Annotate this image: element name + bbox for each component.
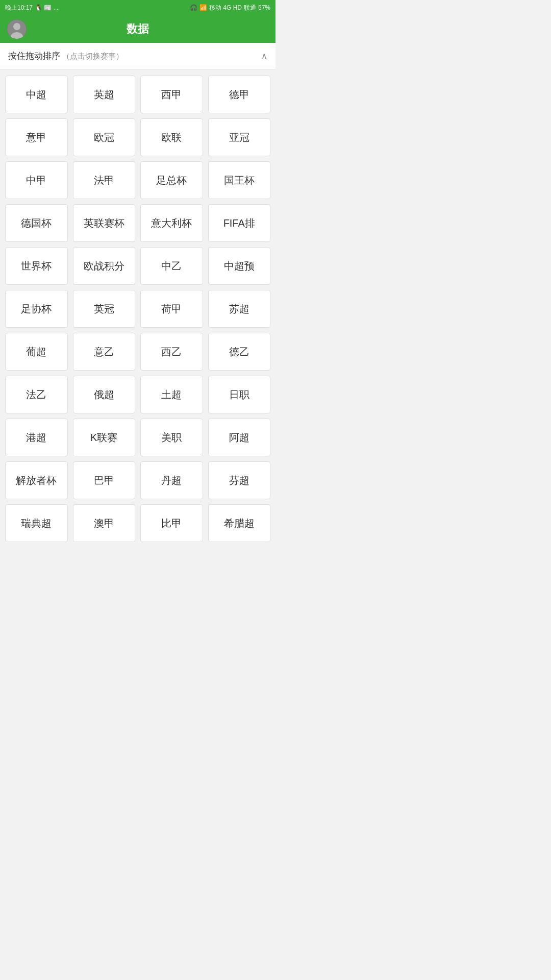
sort-header-label: 按住拖动排序 （点击切换赛事） <box>8 50 123 62</box>
league-item[interactable]: 法甲 <box>73 161 136 199</box>
league-item[interactable]: 意甲 <box>5 118 68 156</box>
league-item[interactable]: 足总杯 <box>140 161 203 199</box>
league-item[interactable]: 巴甲 <box>73 461 136 499</box>
league-item[interactable]: 中乙 <box>140 247 203 285</box>
league-item[interactable]: 足协杯 <box>5 290 68 328</box>
league-item[interactable]: 比甲 <box>140 504 203 542</box>
league-item[interactable]: 国王杯 <box>208 161 271 199</box>
svg-point-1 <box>13 23 20 30</box>
league-item[interactable]: 英联赛杯 <box>73 204 136 242</box>
league-item[interactable]: 欧联 <box>140 118 203 156</box>
league-grid: 中超英超西甲德甲意甲欧冠欧联亚冠中甲法甲足总杯国王杯德国杯英联赛杯意大利杯FIF… <box>0 69 276 548</box>
league-item[interactable]: 欧冠 <box>73 118 136 156</box>
league-item[interactable]: 苏超 <box>208 290 271 328</box>
league-item[interactable]: 芬超 <box>208 461 271 499</box>
status-left: 晚上10:17 🐧 📰 ... <box>5 4 59 12</box>
league-item[interactable]: 日职 <box>208 376 271 413</box>
status-time: 晚上10:17 <box>5 4 33 12</box>
status-battery: 57% <box>258 4 270 11</box>
league-item[interactable]: 英冠 <box>73 290 136 328</box>
league-item[interactable]: 阿超 <box>208 419 271 456</box>
league-item[interactable]: 德甲 <box>208 76 271 113</box>
status-icons: 🐧 📰 ... <box>35 4 59 11</box>
league-item[interactable]: 俄超 <box>73 376 136 413</box>
league-item[interactable]: 欧战积分 <box>73 247 136 285</box>
sort-main-text: 按住拖动排序 <box>8 51 60 61</box>
league-item[interactable]: K联赛 <box>73 419 136 456</box>
league-item[interactable]: 意大利杯 <box>140 204 203 242</box>
league-item[interactable]: 英超 <box>73 76 136 113</box>
league-item[interactable]: 瑞典超 <box>5 504 68 542</box>
sort-sub-text: （点击切换赛事） <box>62 52 123 60</box>
league-item[interactable]: 中超预 <box>208 247 271 285</box>
league-item[interactable]: 世界杯 <box>5 247 68 285</box>
league-item[interactable]: 德乙 <box>208 333 271 371</box>
league-item[interactable]: 土超 <box>140 376 203 413</box>
league-item[interactable]: 解放者杯 <box>5 461 68 499</box>
status-carrier2: 联通 <box>244 4 256 12</box>
status-headphone-icon: 🎧 <box>190 4 197 11</box>
league-item[interactable]: 意乙 <box>73 333 136 371</box>
avatar[interactable] <box>7 19 27 39</box>
league-item[interactable]: FIFA排 <box>208 204 271 242</box>
league-item[interactable]: 丹超 <box>140 461 203 499</box>
league-item[interactable]: 德国杯 <box>5 204 68 242</box>
league-item[interactable]: 希腊超 <box>208 504 271 542</box>
status-carrier: 移动 4G HD <box>209 4 242 12</box>
status-signal: 📶 <box>199 4 207 11</box>
header: 数据 <box>0 15 276 43</box>
league-item[interactable]: 美职 <box>140 419 203 456</box>
league-item[interactable]: 港超 <box>5 419 68 456</box>
sort-header[interactable]: 按住拖动排序 （点击切换赛事） ∧ <box>0 43 276 69</box>
league-item[interactable]: 澳甲 <box>73 504 136 542</box>
league-item[interactable]: 葡超 <box>5 333 68 371</box>
league-item[interactable]: 西乙 <box>140 333 203 371</box>
league-item[interactable]: 西甲 <box>140 76 203 113</box>
league-item[interactable]: 法乙 <box>5 376 68 413</box>
league-item[interactable]: 亚冠 <box>208 118 271 156</box>
league-item[interactable]: 荷甲 <box>140 290 203 328</box>
league-item[interactable]: 中甲 <box>5 161 68 199</box>
status-right: 🎧 📶 移动 4G HD 联通 57% <box>190 4 270 12</box>
chevron-up-icon: ∧ <box>261 51 267 61</box>
league-item[interactable]: 中超 <box>5 76 68 113</box>
status-bar: 晚上10:17 🐧 📰 ... 🎧 📶 移动 4G HD 联通 57% <box>0 0 276 15</box>
page-title: 数据 <box>127 21 149 37</box>
